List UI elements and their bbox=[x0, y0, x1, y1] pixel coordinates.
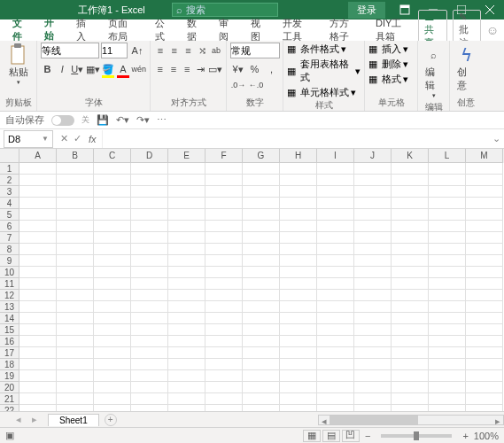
decrease-decimal-icon[interactable]: ←.0 bbox=[248, 77, 264, 93]
row-header[interactable]: 12 bbox=[0, 290, 19, 301]
cell[interactable] bbox=[205, 290, 243, 301]
row-header[interactable]: 15 bbox=[0, 324, 19, 336]
cell[interactable] bbox=[392, 221, 429, 232]
cell[interactable] bbox=[354, 186, 392, 198]
cell[interactable] bbox=[392, 163, 429, 175]
cell[interactable] bbox=[466, 255, 503, 267]
cell[interactable] bbox=[280, 198, 317, 209]
cell[interactable] bbox=[354, 370, 392, 382]
align-top-icon[interactable]: ≡ bbox=[154, 43, 167, 58]
cell[interactable] bbox=[19, 324, 57, 336]
cell[interactable] bbox=[280, 186, 317, 198]
cell[interactable] bbox=[466, 267, 503, 278]
cell[interactable] bbox=[243, 359, 280, 370]
phonetic-button[interactable]: wén bbox=[131, 61, 146, 77]
cell[interactable] bbox=[19, 382, 57, 393]
cell[interactable] bbox=[392, 244, 429, 255]
row-header[interactable]: 14 bbox=[0, 313, 19, 324]
cell[interactable] bbox=[19, 255, 57, 267]
cell[interactable] bbox=[392, 290, 429, 301]
cell[interactable] bbox=[243, 393, 280, 405]
cell[interactable] bbox=[57, 313, 94, 324]
row-header[interactable]: 22 bbox=[0, 405, 19, 411]
cell[interactable] bbox=[205, 301, 243, 313]
cell[interactable] bbox=[354, 324, 392, 336]
cell[interactable] bbox=[168, 324, 205, 336]
cell[interactable] bbox=[57, 382, 94, 393]
cell[interactable] bbox=[392, 209, 429, 221]
cell[interactable] bbox=[466, 393, 503, 405]
cell[interactable] bbox=[243, 278, 280, 290]
row-header[interactable]: 21 bbox=[0, 393, 19, 405]
comma-icon[interactable]: , bbox=[264, 61, 279, 77]
cell[interactable] bbox=[392, 347, 429, 359]
zoom-in-button[interactable]: + bbox=[462, 431, 468, 441]
indent-icon[interactable]: ⇥ bbox=[195, 61, 206, 77]
cell[interactable] bbox=[243, 209, 280, 221]
cell[interactable] bbox=[280, 301, 317, 313]
row-header[interactable]: 16 bbox=[0, 336, 19, 347]
cell[interactable] bbox=[280, 359, 317, 370]
cell[interactable] bbox=[94, 393, 131, 405]
cell[interactable] bbox=[168, 336, 205, 347]
cell[interactable] bbox=[205, 221, 243, 232]
cell[interactable] bbox=[131, 278, 168, 290]
column-header[interactable]: K bbox=[392, 149, 429, 163]
cell[interactable] bbox=[354, 359, 392, 370]
row-header[interactable]: 9 bbox=[0, 255, 19, 267]
cell[interactable] bbox=[57, 278, 94, 290]
cell[interactable] bbox=[280, 347, 317, 359]
cell[interactable] bbox=[168, 255, 205, 267]
cell[interactable] bbox=[131, 209, 168, 221]
cell[interactable] bbox=[280, 267, 317, 278]
font-name-combo[interactable] bbox=[41, 43, 99, 58]
cell[interactable] bbox=[168, 405, 205, 411]
cell[interactable] bbox=[131, 313, 168, 324]
cell[interactable] bbox=[354, 347, 392, 359]
horizontal-scrollbar[interactable]: ◂ ▸ bbox=[318, 415, 504, 425]
column-header[interactable]: B bbox=[57, 149, 94, 163]
cell[interactable] bbox=[429, 370, 466, 382]
cell[interactable] bbox=[317, 221, 354, 232]
cell[interactable] bbox=[205, 313, 243, 324]
cell[interactable] bbox=[354, 163, 392, 175]
cell[interactable] bbox=[466, 359, 503, 370]
cell[interactable] bbox=[392, 175, 429, 186]
cell[interactable] bbox=[131, 232, 168, 244]
cell[interactable] bbox=[243, 198, 280, 209]
redo-button[interactable]: ↷▾ bbox=[136, 114, 150, 126]
cell[interactable] bbox=[131, 163, 168, 175]
cell[interactable] bbox=[280, 163, 317, 175]
cell[interactable] bbox=[19, 221, 57, 232]
increase-font-icon[interactable]: A↑ bbox=[129, 43, 145, 58]
add-sheet-button[interactable]: + bbox=[105, 414, 117, 426]
cell[interactable] bbox=[205, 347, 243, 359]
cell[interactable] bbox=[205, 336, 243, 347]
cell[interactable] bbox=[131, 382, 168, 393]
row-header[interactable]: 10 bbox=[0, 267, 19, 278]
cell[interactable] bbox=[94, 370, 131, 382]
cell[interactable] bbox=[466, 301, 503, 313]
column-header[interactable]: L bbox=[429, 149, 466, 163]
cell[interactable] bbox=[94, 244, 131, 255]
cell[interactable] bbox=[57, 301, 94, 313]
currency-icon[interactable]: ¥▾ bbox=[230, 61, 245, 77]
cell[interactable] bbox=[243, 175, 280, 186]
cell[interactable] bbox=[94, 198, 131, 209]
cell[interactable] bbox=[429, 186, 466, 198]
cell[interactable] bbox=[168, 301, 205, 313]
expand-formula-icon[interactable]: ⌄ bbox=[489, 133, 504, 144]
cell[interactable] bbox=[354, 382, 392, 393]
row-header[interactable]: 5 bbox=[0, 209, 19, 221]
cell[interactable] bbox=[466, 278, 503, 290]
cell[interactable] bbox=[131, 324, 168, 336]
font-size-combo[interactable] bbox=[101, 43, 128, 58]
page-break-view-button[interactable]: 凹 bbox=[342, 430, 360, 442]
cell[interactable] bbox=[57, 163, 94, 175]
cell[interactable] bbox=[243, 232, 280, 244]
cell[interactable] bbox=[466, 324, 503, 336]
select-all-corner[interactable] bbox=[0, 149, 19, 163]
cell[interactable] bbox=[57, 290, 94, 301]
cell[interactable] bbox=[205, 209, 243, 221]
font-color-button[interactable]: A bbox=[117, 61, 130, 77]
